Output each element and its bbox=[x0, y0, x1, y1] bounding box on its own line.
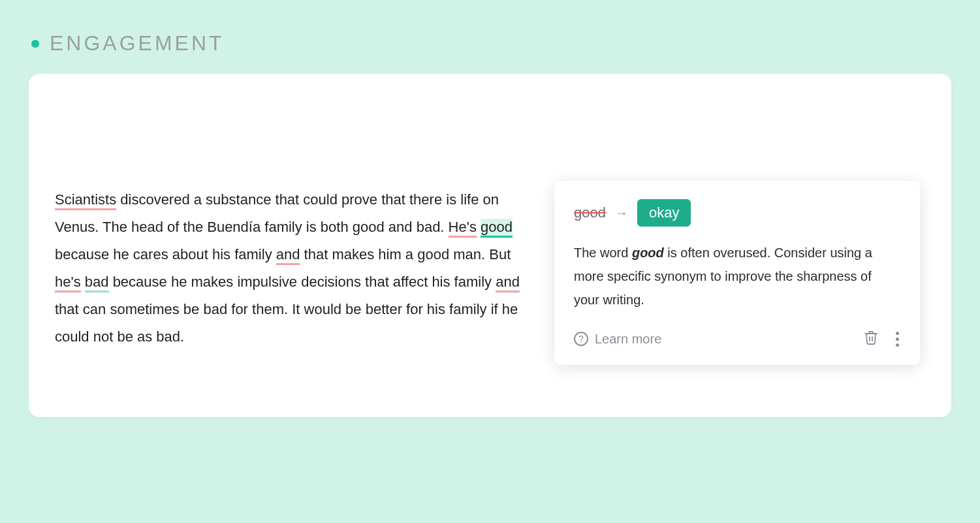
content-card: Sciantists discovered a substance that c… bbox=[29, 74, 951, 417]
underline-error[interactable]: He's bbox=[449, 219, 477, 238]
highlighted-word: good bbox=[632, 246, 664, 260]
editor-area[interactable]: Sciantists discovered a substance that c… bbox=[50, 116, 528, 365]
learn-more-label: Learn more bbox=[595, 332, 661, 347]
text: because he makes impulsive decisions tha… bbox=[109, 274, 496, 290]
suggestion-card: good → okay The word good is often overu… bbox=[554, 181, 920, 365]
trash-icon[interactable] bbox=[863, 330, 879, 348]
text: that can sometimes be bad for them. It w… bbox=[55, 301, 518, 345]
text bbox=[81, 274, 85, 290]
replacement-button[interactable]: okay bbox=[637, 199, 691, 227]
highlight-engagement[interactable]: good bbox=[481, 219, 513, 238]
suggestion-description: The word good is often overused. Conside… bbox=[574, 241, 900, 311]
footer-actions bbox=[863, 330, 900, 348]
text: because he cares about his family bbox=[55, 246, 276, 262]
underline-error[interactable]: and bbox=[276, 246, 300, 265]
underline-error[interactable]: Sciantists bbox=[55, 191, 116, 210]
category-header: ENGAGEMENT bbox=[0, 0, 980, 55]
text: that makes him a good man. But bbox=[300, 246, 511, 262]
arrow-right-icon: → bbox=[615, 206, 628, 221]
original-word: good bbox=[574, 204, 606, 221]
underline-engagement[interactable]: bad bbox=[85, 274, 109, 293]
suggestion-header: good → okay bbox=[574, 199, 900, 227]
text: discovered a substance that could prove … bbox=[55, 191, 499, 235]
category-title: ENGAGEMENT bbox=[50, 31, 225, 55]
category-dot-icon bbox=[31, 40, 39, 48]
learn-more-link[interactable]: ? Learn more bbox=[574, 332, 661, 347]
underline-error[interactable]: he's bbox=[55, 274, 81, 293]
more-icon[interactable] bbox=[894, 330, 900, 348]
suggestion-footer: ? Learn more bbox=[574, 330, 900, 348]
underline-error[interactable]: and bbox=[496, 274, 520, 293]
question-icon: ? bbox=[574, 332, 588, 346]
editor-paragraph[interactable]: Sciantists discovered a substance that c… bbox=[55, 186, 528, 351]
text: The word bbox=[574, 246, 632, 260]
